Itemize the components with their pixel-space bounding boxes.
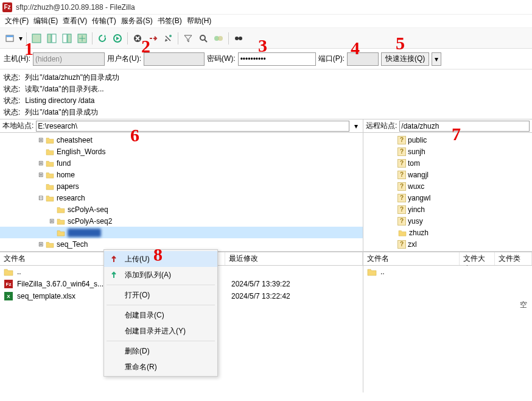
quickconnect-button[interactable]: 快速连接(Q): [381, 52, 429, 66]
compare-button[interactable]: [211, 31, 226, 46]
user-input[interactable]: [144, 52, 205, 66]
toggle-log-button[interactable]: [29, 31, 44, 46]
filter-button[interactable]: [181, 31, 195, 46]
search-button[interactable]: [196, 31, 211, 46]
tree-item[interactable]: ⊞scPolyA-seq2: [0, 215, 363, 227]
tree-item-label: yangwl: [408, 194, 430, 202]
site-manager-dropdown[interactable]: ▾: [18, 31, 24, 46]
tree-item[interactable]: ?public: [363, 134, 532, 146]
sync-browse-button[interactable]: [231, 31, 246, 46]
svg-point-15: [239, 37, 242, 40]
col-size[interactable]: 文件大小: [460, 252, 495, 265]
tree-item[interactable]: ⊞home: [0, 169, 363, 180]
folder-icon: [367, 267, 377, 277]
tree-item-label: fund: [57, 159, 71, 168]
process-queue-button[interactable]: [110, 31, 125, 46]
tree-item[interactable]: ?zxl: [363, 238, 532, 250]
unknown-folder-icon: ?: [397, 171, 406, 179]
tree-item[interactable]: zhuzh: [363, 227, 532, 238]
folder-icon: [45, 182, 55, 191]
quickconnect-bar: 主机(H): 用户名(U): 密码(W): 端口(P): 快速连接(Q) ▾: [0, 49, 532, 69]
tree-item[interactable]: ⊞fund: [0, 157, 363, 169]
user-label: 用户名(U):: [107, 54, 141, 64]
quickconnect-dropdown[interactable]: ▾: [432, 52, 441, 66]
tree-item[interactable]: ?sunjh: [363, 146, 532, 157]
ctx-upload[interactable]: 上传(U): [104, 251, 217, 267]
tree-item[interactable]: ⊞cheatsheet: [0, 134, 363, 146]
tree-item[interactable]: ?yusy: [363, 215, 532, 227]
ctx-mkdir[interactable]: 创建目录(C): [104, 307, 217, 323]
ctx-mkdir-enter[interactable]: 创建目录并进入(Y): [104, 323, 217, 339]
tree-item[interactable]: ?tom: [363, 157, 532, 169]
pass-input[interactable]: [238, 52, 316, 66]
refresh-button[interactable]: [95, 31, 110, 46]
local-path-input[interactable]: [36, 121, 349, 132]
tree-item-label: zxl: [408, 240, 417, 249]
expander-icon[interactable]: ⊞: [37, 137, 45, 143]
menu-file[interactable]: 文件(F): [2, 15, 31, 27]
menu-help[interactable]: 帮助(H): [184, 15, 214, 27]
unknown-folder-icon: ?: [397, 240, 406, 249]
expander-icon[interactable]: ⊞: [47, 218, 56, 224]
col-type[interactable]: 文件类: [495, 252, 532, 265]
disconnect-button[interactable]: [145, 31, 160, 46]
menu-transfer[interactable]: 传输(T): [89, 15, 118, 27]
site-manager-button[interactable]: [2, 31, 17, 46]
menu-view[interactable]: 查看(V): [60, 15, 89, 27]
tree-item-label: English_Words: [57, 147, 105, 156]
add-queue-icon: [109, 271, 119, 279]
list-item-parent[interactable]: ..: [363, 266, 532, 278]
local-path-dropdown[interactable]: ▾: [352, 122, 360, 130]
menu-edit[interactable]: 编辑(E): [31, 15, 60, 27]
local-tree[interactable]: ⊞cheatsheetEnglish_Words⊞fund⊞homepapers…: [0, 133, 363, 251]
tree-item[interactable]: ?wuxc: [363, 180, 532, 192]
tree-item[interactable]: English_Words: [0, 146, 363, 157]
col-filename[interactable]: 文件名: [363, 252, 460, 265]
expander-icon[interactable]: ⊞: [37, 160, 45, 166]
tree-item[interactable]: ?yinch: [363, 204, 532, 215]
tree-item-label: yusy: [408, 217, 423, 225]
tree-item[interactable]: GEO: [0, 227, 363, 238]
svg-rect-4: [52, 34, 56, 43]
unknown-folder-icon: ?: [397, 205, 406, 214]
tree-item-label: GEO: [68, 229, 101, 237]
folder-icon: [45, 171, 55, 179]
ctx-add-queue[interactable]: 添加到队列(A): [104, 267, 217, 283]
tree-item-label: home: [57, 171, 75, 179]
toggle-remote-tree-button[interactable]: [60, 31, 74, 46]
tree-item[interactable]: papers: [0, 180, 363, 192]
folder-icon: [45, 240, 55, 249]
col-modified[interactable]: 最近修改: [225, 252, 363, 265]
remote-list-body[interactable]: .. 空: [363, 266, 532, 392]
reconnect-button[interactable]: [161, 31, 175, 46]
remote-path-input[interactable]: [399, 121, 530, 132]
tree-item-label: scPolyA-seq2: [68, 217, 112, 225]
ctx-open[interactable]: 打开(O): [104, 287, 217, 303]
log-line: 状态:读取"/data"的目录列表...: [4, 83, 528, 95]
local-site-label: 本地站点:: [2, 121, 33, 131]
unknown-folder-icon: ?: [397, 217, 406, 225]
toggle-local-tree-button[interactable]: [44, 31, 59, 46]
remote-file-list: 文件名 文件大小 文件类 .. 空: [363, 252, 532, 392]
log-line: 状态:Listing directory /data: [4, 95, 528, 107]
menu-server[interactable]: 服务器(S): [119, 15, 155, 27]
svg-rect-3: [47, 34, 51, 43]
toggle-queue-button[interactable]: [75, 31, 89, 46]
menu-bookmarks[interactable]: 书签(B): [155, 15, 184, 27]
port-input[interactable]: [347, 52, 379, 66]
tree-item[interactable]: ?wangjl: [363, 169, 532, 180]
host-input[interactable]: [33, 52, 105, 66]
expander-icon[interactable]: ⊞: [37, 171, 45, 178]
expander-icon[interactable]: ⊟: [37, 194, 45, 201]
cancel-button[interactable]: [130, 31, 145, 46]
tree-item[interactable]: ⊞seq_Tech: [0, 238, 363, 250]
tree-item[interactable]: ⊟research: [0, 192, 363, 204]
folder-icon: [56, 217, 66, 225]
ctx-delete[interactable]: 删除(D): [104, 343, 217, 359]
tree-item[interactable]: ?yangwl: [363, 192, 532, 204]
folder-icon: [45, 159, 55, 168]
tree-item[interactable]: scPolyA-seq: [0, 204, 363, 215]
expander-icon[interactable]: ⊞: [37, 241, 45, 247]
remote-tree[interactable]: ?public?sunjh?tom?wangjl?wuxc?yangwl?yin…: [363, 133, 532, 251]
ctx-rename[interactable]: 重命名(R): [104, 359, 217, 375]
